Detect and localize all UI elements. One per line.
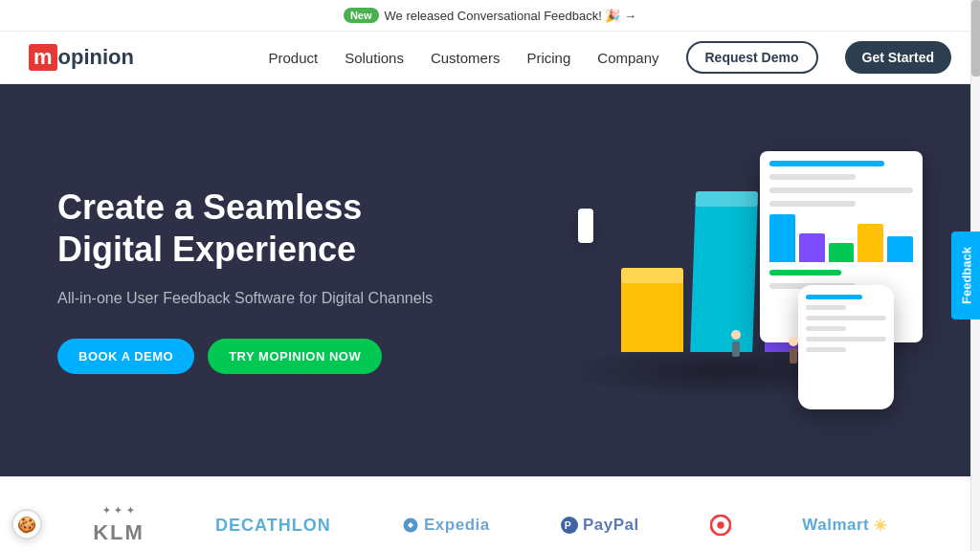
paypal-name: PayPal <box>583 516 639 535</box>
vodafone-logo <box>710 515 731 536</box>
dashboard-line-1 <box>769 161 884 166</box>
db-bar-3 <box>829 243 855 262</box>
svg-point-4 <box>717 521 724 528</box>
bar-yellow <box>621 276 683 352</box>
klm-name: KLM <box>93 520 145 545</box>
dashboard-line-4 <box>769 201 856 207</box>
svg-text:P: P <box>565 519 571 531</box>
feedback-tab[interactable]: Feedback <box>952 231 980 320</box>
cookie-button[interactable]: 🍪 <box>11 509 42 540</box>
db-bar-2 <box>799 233 825 262</box>
phone-line-6 <box>806 347 846 352</box>
header: m opinion Product Solutions Customers Pr… <box>0 32 980 84</box>
phone-line-2 <box>806 305 846 310</box>
logo[interactable]: m opinion <box>29 44 134 71</box>
walmart-logo: Walmart ✳ <box>802 516 886 535</box>
figure-1 <box>731 330 741 357</box>
figure-1-body <box>732 342 740 357</box>
phone-line-5 <box>806 337 886 342</box>
announcement-text[interactable]: We released Conversational Feedback! 🎉 → <box>385 9 637 23</box>
klm-dots: ✦ ✦ ✦ <box>102 505 136 516</box>
nav-solutions[interactable]: Solutions <box>345 50 404 66</box>
expedia-icon <box>402 517 419 534</box>
iso-scene <box>521 132 923 429</box>
decathlon-logo: DECATHLON <box>215 516 331 536</box>
try-mopinion-button[interactable]: TRY MOPINION NOW <box>208 339 382 374</box>
walmart-spark: ✳ <box>874 517 887 535</box>
phone-line-4 <box>806 326 846 331</box>
hero-buttons: BOOK A DEMO TRY MOPINION NOW <box>57 339 440 374</box>
dashboard-line-3 <box>769 187 913 193</box>
main-nav: Product Solutions Customers Pricing Comp… <box>268 41 951 74</box>
db-bar-4 <box>858 224 883 262</box>
nav-company[interactable]: Company <box>597 50 658 66</box>
bar-teal <box>690 199 758 352</box>
hero-section: Create a Seamless Digital Experience All… <box>0 84 980 476</box>
decathlon-name: DECATHLON <box>215 516 331 536</box>
figure-1-head <box>731 330 741 340</box>
phone-line-1 <box>806 295 862 299</box>
logo-m-letter: m <box>29 44 57 71</box>
request-demo-button[interactable]: Request Demo <box>686 41 818 74</box>
logo-text: opinion <box>58 45 134 70</box>
nav-customers[interactable]: Customers <box>431 50 501 66</box>
db-bar-5 <box>887 236 913 263</box>
figure-2 <box>789 337 798 364</box>
db-bar-1 <box>769 214 795 262</box>
dashboard-line-5 <box>769 270 841 276</box>
hero-illustration <box>521 132 923 429</box>
logos-section: ✦ ✦ ✦ KLM DECATHLON Expedia P PayPal Wal… <box>0 476 980 551</box>
hero-text-block: Create a Seamless Digital Experience All… <box>57 187 440 373</box>
phone-line-3 <box>806 316 886 320</box>
expedia-logo: Expedia <box>402 516 490 535</box>
figure-2-head <box>789 337 798 346</box>
book-demo-button[interactable]: BOOK A DEMO <box>57 339 194 374</box>
walmart-name: Walmart <box>802 516 869 535</box>
scrollbar-thumb[interactable] <box>971 0 980 77</box>
dashboard-bars <box>769 214 913 262</box>
paypal-logo: P PayPal <box>561 516 639 535</box>
hero-title: Create a Seamless Digital Experience <box>57 187 440 269</box>
figure-2-body <box>790 348 797 364</box>
nav-product[interactable]: Product <box>268 50 318 66</box>
new-badge: New <box>344 8 379 23</box>
nav-pricing[interactable]: Pricing <box>526 50 570 66</box>
vodafone-icon <box>710 515 731 536</box>
hero-subtitle: All-in-one User Feedback Software for Di… <box>57 287 440 310</box>
get-started-button[interactable]: Get Started <box>845 41 951 74</box>
dashboard-line-2 <box>769 174 856 180</box>
phone-card <box>798 285 894 409</box>
paypal-icon: P <box>561 517 578 534</box>
klm-logo: ✦ ✦ ✦ KLM <box>93 505 145 545</box>
doc-float-1 <box>578 209 593 243</box>
announcement-bar: New We released Conversational Feedback!… <box>0 0 980 32</box>
expedia-name: Expedia <box>424 516 490 535</box>
